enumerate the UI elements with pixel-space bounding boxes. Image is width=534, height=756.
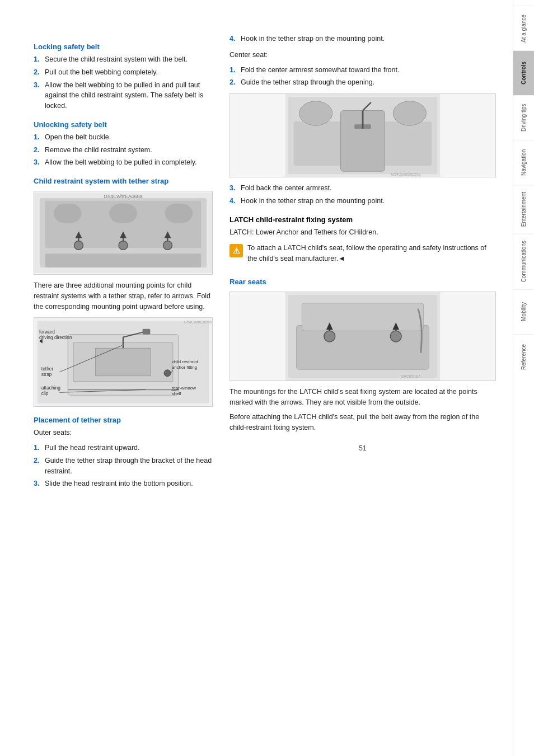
list-item: 2.Pull out the belt webbing completely. <box>34 67 213 78</box>
svg-point-57 <box>324 331 335 342</box>
latch-title: LATCH child-restraint fixing system <box>229 215 496 224</box>
svg-point-50 <box>299 101 332 125</box>
right-step4-list: 4.Hook in the tether strap on the mounti… <box>229 34 496 44</box>
warning-box: ⚠ To attach a LATCH child's seat, follow… <box>229 243 496 269</box>
svg-rect-21 <box>96 349 151 376</box>
sidebar-tab-reference[interactable]: Reference <box>513 334 534 379</box>
latch-svg: G9CS50SA <box>230 292 495 381</box>
latch-image: G9CS50SA <box>229 292 496 381</box>
unlocking-steps-list: 1.Open the belt buckle. 2.Remove the chi… <box>34 132 213 168</box>
svg-rect-5 <box>165 204 193 223</box>
svg-rect-3 <box>54 204 82 223</box>
sidebar-tab-driving-tips[interactable]: Driving tips <box>513 95 534 140</box>
main-content: Locking safety belt 1.Secure the child r… <box>0 0 513 756</box>
right-column: 4.Hook in the tether strap on the mounti… <box>224 34 496 734</box>
tether-labeled-svg: forward driving direction child restrain… <box>34 318 212 406</box>
right-steps-3-4-list: 3.Fold back the center armrest. 4.Hook i… <box>229 183 496 206</box>
svg-text:anchor fitting: anchor fitting <box>172 365 197 370</box>
sidebar-tab-navigation[interactable]: Navigation <box>513 140 534 185</box>
tether-opening-image: G54CwhrE0055a <box>229 93 496 177</box>
rear-seats-title: Rear seats <box>229 278 496 286</box>
warning-text: To attach a LATCH child's seat, follow t… <box>247 243 496 264</box>
svg-text:tether: tether <box>41 366 54 372</box>
locking-safety-belt-title: Locking safety belt <box>34 43 213 51</box>
list-item: 3.Allow the belt webbing to be pulled in… <box>34 157 213 168</box>
sidebar-tab-communications[interactable]: Communications <box>513 233 534 289</box>
sidebar-tab-mobility[interactable]: Mobility <box>513 289 534 334</box>
sidebar-tab-controls[interactable]: Controls <box>513 50 534 95</box>
latch-body2: Before attaching the LATCH child's seat,… <box>229 412 496 433</box>
svg-point-25 <box>164 370 171 377</box>
latch-body1: The mountings for the LATCH child's seat… <box>229 387 496 408</box>
sidebar-tab-entertainment[interactable]: Entertainment <box>513 185 534 233</box>
svg-point-6 <box>74 241 83 250</box>
list-item: 1.Open the belt buckle. <box>34 132 213 143</box>
list-item: 1.Secure the child restraint system with… <box>34 54 213 65</box>
center-steps-list: 1.Fold the center armrest somewhat towar… <box>229 65 496 88</box>
svg-text:forward: forward <box>39 329 55 335</box>
sidebar: At a glance Controls Driving tips Naviga… <box>513 0 534 756</box>
list-item: 2.Guide the tether strap through the ope… <box>229 77 496 88</box>
sidebar-tab-at-a-glance[interactable]: At a glance <box>513 6 534 50</box>
left-column: Locking safety belt 1.Secure the child r… <box>34 34 224 734</box>
warning-icon: ⚠ <box>229 244 243 257</box>
placement-steps-list: 1.Pull the head restraint upward. 2.Guid… <box>34 443 213 489</box>
page-number: 51 <box>229 444 496 452</box>
list-item: 4.Hook in the tether strap on the mounti… <box>229 34 496 44</box>
list-item: 1.Pull the head restraint upward. <box>34 443 213 453</box>
list-item: 2.Guide the tether strap through the bra… <box>34 456 213 477</box>
svg-text:driving direction: driving direction <box>39 335 72 340</box>
svg-point-58 <box>390 331 401 342</box>
svg-text:child restraint: child restraint <box>172 359 199 364</box>
car-seat-svg: G54CwhrEA068a <box>34 191 212 274</box>
tether-diagram-labeled: forward driving direction child restrain… <box>34 317 213 407</box>
svg-rect-24 <box>143 329 151 335</box>
svg-point-8 <box>163 241 172 250</box>
svg-point-51 <box>393 101 426 125</box>
latch-body: LATCH: Lower Anchor and Tethers for CHil… <box>229 227 496 238</box>
svg-text:shelf: shelf <box>172 392 181 397</box>
tether-opening-svg: G54CwhrE0055a <box>230 94 495 177</box>
page-container: Locking safety belt 1.Secure the child r… <box>0 0 534 756</box>
list-item: 3.Slide the head restraint into the bott… <box>34 478 213 489</box>
unlocking-safety-belt-title: Unlocking safety belt <box>34 120 213 129</box>
child-restraint-body: There are three additional mounting poin… <box>34 280 213 312</box>
car-seat-diagram-image: G54CwhrEA068a <box>34 191 213 275</box>
svg-text:G54CwhrE0055a: G54CwhrE0055a <box>391 172 421 176</box>
list-item: 4.Hook in the tether strap on the mounti… <box>229 196 496 206</box>
center-seat-label: Center seat: <box>229 50 496 60</box>
svg-rect-55 <box>297 325 429 369</box>
svg-rect-4 <box>109 204 137 223</box>
list-item: 3.Allow the belt webbing to be pulled in… <box>34 80 213 111</box>
svg-rect-15 <box>45 253 201 267</box>
outer-seats-label: Outer seats: <box>34 428 213 438</box>
list-item: 1.Fold the center armrest somewhat towar… <box>229 65 496 76</box>
svg-text:G9CS50SA: G9CS50SA <box>401 374 421 378</box>
svg-text:clip: clip <box>41 391 49 397</box>
placement-tether-title: Placement of tether strap <box>34 416 213 424</box>
list-item: 3.Fold back the center armrest. <box>229 183 496 194</box>
svg-text:G54CwhrEA068a: G54CwhrEA068a <box>104 194 143 199</box>
svg-text:G54CwhrE0056a: G54CwhrE0056a <box>184 320 212 324</box>
child-restraint-tether-title: Child restraint system with tether strap <box>34 177 213 185</box>
list-item: 2.Remove the child restraint system. <box>34 145 213 156</box>
svg-text:strap: strap <box>41 372 52 377</box>
locking-steps-list: 1.Secure the child restraint system with… <box>34 54 213 111</box>
svg-text:attaching: attaching <box>41 386 60 391</box>
svg-rect-56 <box>302 303 423 331</box>
svg-point-7 <box>119 241 128 250</box>
